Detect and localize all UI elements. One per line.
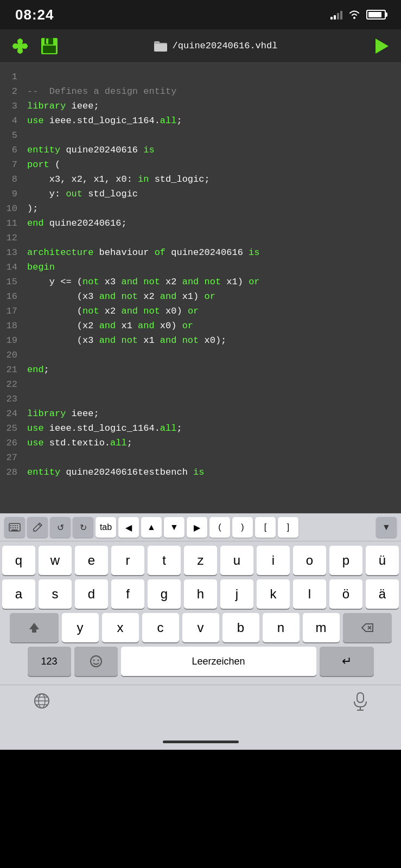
key-p[interactable]: p: [329, 546, 362, 575]
key-k[interactable]: k: [257, 579, 290, 609]
line-num-26: 26: [0, 436, 17, 450]
line-num-4: 4: [0, 113, 17, 128]
key-i[interactable]: i: [257, 546, 290, 575]
code-line-24: library ieee;: [27, 406, 397, 421]
collapse-keyboard-button[interactable]: ▼: [376, 517, 397, 538]
redo-button[interactable]: ↻: [73, 517, 93, 538]
line-num-11: 11: [0, 216, 17, 231]
key-t[interactable]: t: [148, 546, 181, 575]
key-z[interactable]: z: [184, 546, 217, 575]
line-num-28: 28: [0, 465, 17, 480]
left-arrow-button[interactable]: ◀: [118, 517, 139, 538]
key-l[interactable]: l: [293, 579, 326, 609]
code-line-23: [27, 392, 397, 406]
down-arrow-button[interactable]: ▼: [164, 517, 184, 538]
svg-rect-7: [23, 44, 27, 48]
up-arrow-button[interactable]: ▲: [141, 517, 162, 538]
home-bar: [163, 741, 239, 743]
undo-button[interactable]: ↺: [50, 517, 71, 538]
svg-rect-13: [46, 39, 48, 44]
settings-button[interactable]: [9, 35, 31, 58]
line-num-14: 14: [0, 260, 17, 275]
numbers-button[interactable]: 123: [28, 647, 71, 676]
code-line-18: (x2 and x1 and x0) or: [27, 318, 397, 333]
key-ae[interactable]: ä: [366, 579, 399, 609]
key-m[interactable]: m: [303, 613, 340, 642]
code-line-15: y <= (not x3 and not x2 and not x1) or: [27, 275, 397, 289]
line-num-27: 27: [0, 450, 17, 465]
key-c[interactable]: c: [142, 613, 179, 642]
svg-marker-26: [29, 623, 39, 633]
key-ue[interactable]: ü: [366, 546, 399, 575]
code-line-3: library ieee;: [27, 99, 397, 113]
key-j[interactable]: j: [220, 579, 253, 609]
code-lines[interactable]: -- Defines a design entity library ieee;…: [23, 63, 401, 513]
line-num-10: 10: [0, 201, 17, 216]
key-s[interactable]: s: [39, 579, 72, 609]
svg-marker-14: [375, 39, 389, 54]
key-y[interactable]: y: [62, 613, 99, 642]
code-line-9: y: out std_logic: [27, 187, 397, 201]
code-editor[interactable]: 1 2 3 4 5 6 7 8 9 10 11 12 13 14 15 16 1…: [0, 63, 401, 513]
key-b[interactable]: b: [222, 613, 259, 642]
shift-button[interactable]: [10, 613, 59, 642]
key-h[interactable]: h: [184, 579, 217, 609]
return-button[interactable]: ↵: [320, 647, 374, 676]
svg-rect-19: [17, 525, 18, 526]
close-bracket-button[interactable]: ]: [278, 517, 298, 538]
folder-icon: [153, 40, 168, 52]
code-line-11: end quine20240616;: [27, 216, 397, 231]
key-e[interactable]: e: [75, 546, 108, 575]
key-v[interactable]: v: [182, 613, 219, 642]
code-line-8: x3, x2, x1, x0: in std_logic;: [27, 172, 397, 187]
key-a[interactable]: a: [2, 579, 35, 609]
key-n[interactable]: n: [263, 613, 300, 642]
line-numbers: 1 2 3 4 5 6 7 8 9 10 11 12 13 14 15 16 1…: [0, 63, 23, 513]
emoji-button[interactable]: [74, 647, 118, 676]
key-u[interactable]: u: [220, 546, 253, 575]
keyboard-row-1: q w e r t z u i o p ü: [2, 546, 399, 575]
key-oe[interactable]: ö: [329, 579, 362, 609]
code-line-13: architecture behaviour of quine20240616 …: [27, 245, 397, 260]
code-line-1: [27, 69, 397, 84]
keyboard-toggle-button[interactable]: [4, 517, 25, 538]
open-paren-button[interactable]: (: [209, 517, 230, 538]
code-line-28: entity quine20240616testbench is: [27, 465, 397, 480]
code-line-19: (x3 and not x1 and not x0);: [27, 333, 397, 348]
svg-rect-12: [43, 46, 56, 53]
save-button[interactable]: [38, 35, 61, 58]
svg-rect-17: [12, 525, 14, 526]
code-line-7: port (: [27, 157, 397, 172]
line-num-25: 25: [0, 421, 17, 436]
spacebar-button[interactable]: Leerzeichen: [121, 647, 316, 676]
svg-rect-18: [15, 525, 16, 526]
save-icon: [39, 36, 60, 56]
globe-button[interactable]: [33, 692, 51, 710]
key-d[interactable]: d: [75, 579, 108, 609]
line-num-2: 2: [0, 84, 17, 99]
close-paren-button[interactable]: ): [232, 517, 253, 538]
key-o[interactable]: o: [293, 546, 326, 575]
wifi-icon: [348, 10, 361, 20]
key-f[interactable]: f: [111, 579, 144, 609]
key-g[interactable]: g: [148, 579, 181, 609]
svg-line-25: [39, 524, 41, 526]
microphone-button[interactable]: [352, 692, 368, 711]
svg-rect-23: [17, 527, 18, 528]
svg-rect-6: [18, 39, 22, 43]
key-q[interactable]: q: [2, 546, 35, 575]
svg-rect-37: [357, 693, 364, 703]
mic-icon: [352, 692, 368, 711]
right-arrow-button[interactable]: ▶: [187, 517, 207, 538]
key-r[interactable]: r: [111, 546, 144, 575]
open-bracket-button[interactable]: [: [255, 517, 276, 538]
backspace-button[interactable]: [343, 613, 392, 642]
key-x[interactable]: x: [102, 613, 139, 642]
key-w[interactable]: w: [39, 546, 72, 575]
edit-button[interactable]: [27, 517, 48, 538]
tab-button[interactable]: tab: [96, 517, 116, 538]
run-button[interactable]: [370, 35, 392, 58]
line-num-20: 20: [0, 348, 17, 362]
svg-rect-11: [44, 38, 53, 44]
filename: /quine20240616.vhdl: [173, 41, 278, 51]
